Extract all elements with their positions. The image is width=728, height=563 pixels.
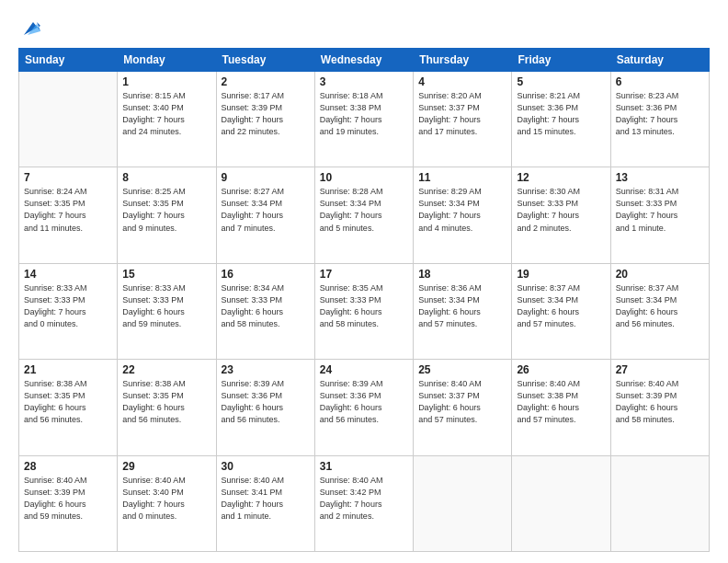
day-number: 16 [222, 268, 310, 281]
day-number: 21 [24, 363, 112, 376]
calendar-cell: 18Sunrise: 8:36 AMSunset: 3:34 PMDayligh… [414, 263, 512, 359]
cell-content: Sunrise: 8:18 AMSunset: 3:38 PMDaylight:… [320, 90, 408, 138]
header-row: SundayMondayTuesdayWednesdayThursdayFrid… [19, 49, 710, 72]
cell-content: Sunrise: 8:38 AMSunset: 3:35 PMDaylight:… [122, 378, 210, 426]
cell-content: Sunrise: 8:40 AMSunset: 3:39 PMDaylight:… [616, 378, 704, 426]
cell-content: Sunrise: 8:28 AMSunset: 3:34 PMDaylight:… [320, 186, 408, 234]
calendar-cell: 20Sunrise: 8:37 AMSunset: 3:34 PMDayligh… [610, 263, 709, 359]
cell-content: Sunrise: 8:23 AMSunset: 3:36 PMDaylight:… [616, 90, 704, 138]
day-number: 12 [517, 171, 605, 184]
calendar-cell: 9Sunrise: 8:27 AMSunset: 3:34 PMDaylight… [216, 167, 314, 263]
week-row-1: 7Sunrise: 8:24 AMSunset: 3:35 PMDaylight… [19, 167, 710, 263]
calendar-cell: 24Sunrise: 8:39 AMSunset: 3:36 PMDayligh… [314, 360, 413, 455]
cell-content: Sunrise: 8:40 AMSunset: 3:39 PMDaylight:… [24, 475, 112, 523]
header-monday: Monday [118, 49, 216, 72]
calendar-cell: 3Sunrise: 8:18 AMSunset: 3:38 PMDaylight… [314, 72, 413, 167]
cell-content: Sunrise: 8:40 AMSunset: 3:42 PMDaylight:… [320, 475, 408, 523]
calendar-cell: 26Sunrise: 8:40 AMSunset: 3:38 PMDayligh… [512, 360, 610, 455]
day-number: 17 [320, 268, 408, 281]
day-number: 28 [24, 460, 112, 473]
calendar-table: SundayMondayTuesdayWednesdayThursdayFrid… [18, 48, 710, 552]
cell-content: Sunrise: 8:37 AMSunset: 3:34 PMDaylight:… [616, 282, 704, 330]
calendar-cell: 29Sunrise: 8:40 AMSunset: 3:40 PMDayligh… [118, 455, 216, 551]
day-number: 7 [24, 171, 112, 184]
day-number: 3 [320, 75, 408, 88]
day-number: 15 [122, 268, 210, 281]
calendar-cell: 6Sunrise: 8:23 AMSunset: 3:36 PMDaylight… [610, 72, 709, 167]
cell-content: Sunrise: 8:38 AMSunset: 3:35 PMDaylight:… [24, 378, 112, 426]
day-number: 22 [122, 363, 210, 376]
day-number: 6 [616, 75, 704, 88]
calendar-cell: 19Sunrise: 8:37 AMSunset: 3:34 PMDayligh… [512, 263, 610, 359]
day-number: 20 [616, 268, 704, 281]
cell-content: Sunrise: 8:37 AMSunset: 3:34 PMDaylight:… [517, 282, 605, 330]
calendar-cell [512, 455, 610, 551]
cell-content: Sunrise: 8:20 AMSunset: 3:37 PMDaylight:… [418, 90, 506, 138]
day-number: 5 [517, 75, 605, 88]
calendar-cell: 13Sunrise: 8:31 AMSunset: 3:33 PMDayligh… [610, 167, 709, 263]
calendar-cell: 27Sunrise: 8:40 AMSunset: 3:39 PMDayligh… [610, 360, 709, 455]
calendar-cell: 15Sunrise: 8:33 AMSunset: 3:33 PMDayligh… [118, 263, 216, 359]
day-number: 10 [320, 171, 408, 184]
cell-content: Sunrise: 8:35 AMSunset: 3:33 PMDaylight:… [320, 282, 408, 330]
day-number: 24 [320, 363, 408, 376]
day-number: 9 [222, 171, 310, 184]
week-row-4: 28Sunrise: 8:40 AMSunset: 3:39 PMDayligh… [19, 455, 710, 551]
logo-icon [20, 18, 40, 39]
week-row-3: 21Sunrise: 8:38 AMSunset: 3:35 PMDayligh… [19, 360, 710, 455]
day-number: 27 [616, 363, 704, 376]
cell-content: Sunrise: 8:30 AMSunset: 3:33 PMDaylight:… [517, 186, 605, 234]
cell-content: Sunrise: 8:21 AMSunset: 3:36 PMDaylight:… [517, 90, 605, 138]
calendar-cell: 5Sunrise: 8:21 AMSunset: 3:36 PMDaylight… [512, 72, 610, 167]
day-number: 26 [517, 363, 605, 376]
day-number: 19 [517, 268, 605, 281]
day-number: 4 [418, 75, 506, 88]
day-number: 11 [418, 171, 506, 184]
calendar-cell: 8Sunrise: 8:25 AMSunset: 3:35 PMDaylight… [118, 167, 216, 263]
cell-content: Sunrise: 8:29 AMSunset: 3:34 PMDaylight:… [418, 186, 506, 234]
calendar-cell: 16Sunrise: 8:34 AMSunset: 3:33 PMDayligh… [216, 263, 314, 359]
header-sunday: Sunday [19, 49, 118, 72]
header-wednesday: Wednesday [314, 49, 413, 72]
header-tuesday: Tuesday [216, 49, 314, 72]
day-number: 2 [222, 75, 310, 88]
day-number: 31 [320, 460, 408, 473]
calendar-cell: 12Sunrise: 8:30 AMSunset: 3:33 PMDayligh… [512, 167, 610, 263]
cell-content: Sunrise: 8:40 AMSunset: 3:38 PMDaylight:… [517, 378, 605, 426]
day-number: 18 [418, 268, 506, 281]
header-friday: Friday [512, 49, 610, 72]
calendar-cell: 7Sunrise: 8:24 AMSunset: 3:35 PMDaylight… [19, 167, 118, 263]
cell-content: Sunrise: 8:34 AMSunset: 3:33 PMDaylight:… [222, 282, 310, 330]
header-thursday: Thursday [414, 49, 512, 72]
calendar-cell: 10Sunrise: 8:28 AMSunset: 3:34 PMDayligh… [314, 167, 413, 263]
day-number: 23 [222, 363, 310, 376]
week-row-2: 14Sunrise: 8:33 AMSunset: 3:33 PMDayligh… [19, 263, 710, 359]
calendar-cell: 30Sunrise: 8:40 AMSunset: 3:41 PMDayligh… [216, 455, 314, 551]
day-number: 1 [122, 75, 210, 88]
calendar-cell: 21Sunrise: 8:38 AMSunset: 3:35 PMDayligh… [19, 360, 118, 455]
calendar-cell: 17Sunrise: 8:35 AMSunset: 3:33 PMDayligh… [314, 263, 413, 359]
calendar-cell: 4Sunrise: 8:20 AMSunset: 3:37 PMDaylight… [414, 72, 512, 167]
cell-content: Sunrise: 8:27 AMSunset: 3:34 PMDaylight:… [222, 186, 310, 234]
cell-content: Sunrise: 8:24 AMSunset: 3:35 PMDaylight:… [24, 186, 112, 234]
cell-content: Sunrise: 8:33 AMSunset: 3:33 PMDaylight:… [24, 282, 112, 330]
calendar-cell [610, 455, 709, 551]
cell-content: Sunrise: 8:40 AMSunset: 3:41 PMDaylight:… [222, 475, 310, 523]
header-saturday: Saturday [610, 49, 709, 72]
day-number: 13 [616, 171, 704, 184]
calendar-cell [414, 455, 512, 551]
calendar-cell: 2Sunrise: 8:17 AMSunset: 3:39 PMDaylight… [216, 72, 314, 167]
cell-content: Sunrise: 8:39 AMSunset: 3:36 PMDaylight:… [222, 378, 310, 426]
cell-content: Sunrise: 8:15 AMSunset: 3:40 PMDaylight:… [122, 90, 210, 138]
calendar-cell: 31Sunrise: 8:40 AMSunset: 3:42 PMDayligh… [314, 455, 413, 551]
calendar-cell: 14Sunrise: 8:33 AMSunset: 3:33 PMDayligh… [19, 263, 118, 359]
cell-content: Sunrise: 8:33 AMSunset: 3:33 PMDaylight:… [122, 282, 210, 330]
day-number: 14 [24, 268, 112, 281]
calendar-cell: 1Sunrise: 8:15 AMSunset: 3:40 PMDaylight… [118, 72, 216, 167]
cell-content: Sunrise: 8:40 AMSunset: 3:37 PMDaylight:… [418, 378, 506, 426]
calendar-page: SundayMondayTuesdayWednesdayThursdayFrid… [0, 0, 728, 563]
calendar-cell: 28Sunrise: 8:40 AMSunset: 3:39 PMDayligh… [19, 455, 118, 551]
cell-content: Sunrise: 8:39 AMSunset: 3:36 PMDaylight:… [320, 378, 408, 426]
day-number: 29 [122, 460, 210, 473]
cell-content: Sunrise: 8:36 AMSunset: 3:34 PMDaylight:… [418, 282, 506, 330]
